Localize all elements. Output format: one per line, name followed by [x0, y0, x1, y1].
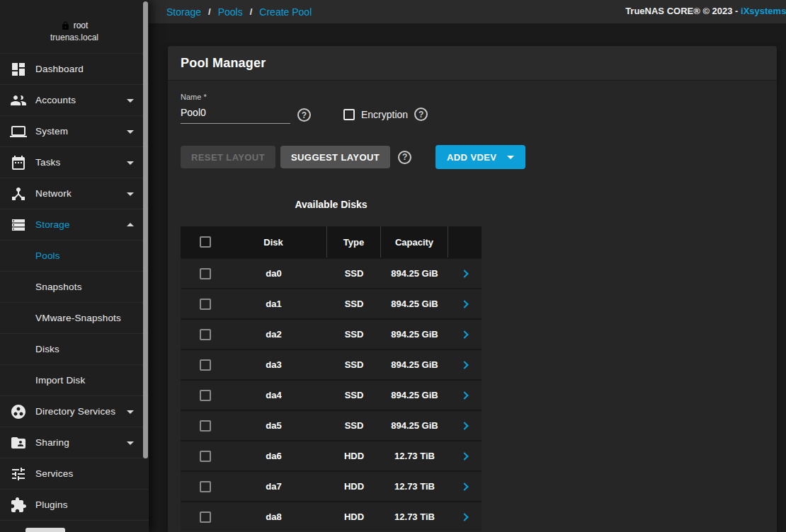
disk-capacity: 894.25 GiB [381, 320, 448, 349]
chevron-down-icon [127, 99, 134, 103]
chevron-down-icon [127, 441, 134, 445]
expand-row-icon[interactable] [460, 300, 468, 308]
system-icon [10, 123, 27, 140]
expand-row-icon[interactable] [460, 513, 468, 521]
chevron-down-icon [127, 192, 134, 196]
sidebar-item-system[interactable]: System [0, 115, 149, 146]
lock-icon [61, 21, 70, 30]
sidebar-item-directory-services[interactable]: Directory Services [0, 395, 149, 427]
expand-row-icon[interactable] [460, 270, 468, 277]
sidebar-item-next-partial[interactable] [0, 520, 149, 532]
disk-capacity: 12.73 TiB [381, 441, 448, 470]
disk-type: SSD [327, 411, 381, 440]
sidebar-item-label: Import Disk [35, 375, 85, 386]
disk-capacity: 894.25 GiB [381, 350, 448, 379]
sidebar-item-label: Sharing [35, 437, 69, 448]
table-row: da2 SSD 894.25 GiB [181, 318, 482, 349]
sidebar: root truenas.local Dashboard Accounts Sy… [0, 0, 149, 532]
expand-row-icon[interactable] [460, 361, 468, 369]
suggest-layout-help-icon[interactable]: ? [398, 151, 411, 164]
plugins-icon [10, 497, 27, 514]
disk-type: HDD [327, 472, 381, 501]
expand-row-icon[interactable] [460, 330, 468, 338]
sidebar-item-tasks[interactable]: Tasks [0, 146, 149, 178]
sidebar-item-label: Directory Services [35, 406, 115, 417]
disk-capacity: 894.25 GiB [381, 411, 448, 440]
sidebar-item-accounts[interactable]: Accounts [0, 84, 149, 115]
sidebar-scrollbar[interactable] [143, 0, 148, 532]
directory-services-icon [10, 403, 27, 420]
sidebar-scrollbar-thumb[interactable] [143, 1, 148, 458]
breadcrumb-create-pool[interactable]: Create Pool [259, 6, 312, 18]
disk-name: da8 [181, 511, 327, 522]
sidebar-item-dashboard[interactable]: Dashboard [0, 53, 149, 84]
table-row: da7 HDD 12.73 TiB [181, 470, 482, 501]
dashboard-icon [10, 61, 27, 78]
table-row: da1 SSD 894.25 GiB [181, 288, 482, 318]
sidebar-item-services[interactable]: Services [0, 458, 149, 489]
encryption-label: Encryption [361, 109, 408, 120]
add-vdev-label: ADD VDEV [447, 152, 496, 163]
page-title: Pool Manager [181, 56, 266, 71]
card-header: Pool Manager [168, 46, 777, 81]
breadcrumb-separator: / [208, 6, 211, 17]
sidebar-item-plugins[interactable]: Plugins [0, 489, 149, 520]
sidebar-item-label: VMware-Snapshots [35, 313, 121, 323]
pool-name-input[interactable] [181, 107, 290, 124]
username: root [74, 21, 89, 30]
expand-row-icon[interactable] [460, 422, 468, 429]
encryption-help-icon[interactable]: ? [414, 108, 428, 121]
dropdown-caret-icon [507, 156, 514, 159]
breadcrumb-separator: / [250, 6, 253, 17]
storage-icon [10, 216, 27, 233]
encryption-group: Encryption ? [343, 108, 428, 121]
chevron-down-icon [127, 410, 134, 414]
breadcrumb-storage[interactable]: Storage [166, 6, 201, 18]
sidebar-item-snapshots[interactable]: Snapshots [0, 271, 149, 302]
disk-capacity: 894.25 GiB [381, 381, 448, 410]
brand-text: TrueNAS CORE® © 2023 - [625, 6, 741, 16]
disk-capacity: 12.73 TiB [381, 502, 448, 531]
expand-row-icon[interactable] [460, 391, 468, 399]
sidebar-item-network[interactable]: Network [0, 178, 149, 209]
column-header-disk: Disk [181, 237, 326, 248]
sidebar-item-storage[interactable]: Storage [0, 209, 149, 240]
name-help-icon[interactable]: ? [297, 108, 311, 122]
disk-name: da5 [181, 420, 327, 431]
ixsystems-link[interactable]: iXsystems, [741, 6, 786, 16]
breadcrumb-pools[interactable]: Pools [218, 6, 243, 18]
disk-type: HDD [327, 441, 381, 470]
reset-layout-button[interactable]: RESET LAYOUT [181, 146, 275, 168]
disk-type: SSD [327, 320, 381, 349]
sharing-icon [10, 434, 27, 451]
chevron-up-icon [127, 223, 134, 226]
sidebar-item-label: Disks [35, 344, 59, 354]
encryption-checkbox[interactable] [343, 109, 355, 120]
table-row: da6 HDD 12.73 TiB [181, 440, 482, 470]
sidebar-item-disks[interactable]: Disks [0, 333, 149, 364]
expand-row-icon[interactable] [460, 452, 468, 460]
sidebar-item-label: System [35, 126, 68, 137]
disk-capacity: 894.25 GiB [381, 289, 448, 318]
sidebar-item-label: Pools [35, 250, 60, 261]
disk-name: da4 [181, 390, 327, 400]
disk-capacity: 894.25 GiB [381, 259, 448, 288]
user-block: root truenas.local [0, 0, 149, 53]
sidebar-item-label: Network [35, 188, 72, 199]
sidebar-item-pools[interactable]: Pools [0, 240, 149, 271]
sidebar-item-import-disk[interactable]: Import Disk [0, 364, 149, 395]
disk-type: SSD [327, 259, 381, 288]
expand-row-icon[interactable] [460, 482, 468, 490]
sidebar-item-vmware-snapshots[interactable]: VMware-Snapshots [0, 302, 149, 333]
add-vdev-button[interactable]: ADD VDEV [435, 145, 525, 169]
disk-name: da0 [181, 268, 327, 279]
available-disks-table: Disk Type Capacity da0 SSD 894.25 GiB da… [181, 226, 482, 531]
sidebar-item-sharing[interactable]: Sharing [0, 427, 149, 458]
topbar: Storage / Pools / Create Pool TrueNAS CO… [149, 0, 786, 23]
disk-name: da6 [181, 451, 327, 461]
suggest-layout-button[interactable]: SUGGEST LAYOUT [280, 146, 390, 168]
card-body: Name * ? Encryption ? RESET LAYOUT SUGGE… [168, 81, 777, 531]
services-icon [10, 466, 27, 482]
disk-capacity: 12.73 TiB [381, 472, 448, 501]
pool-manager-card: Pool Manager Name * ? Encryption ? RESET… [168, 46, 777, 532]
